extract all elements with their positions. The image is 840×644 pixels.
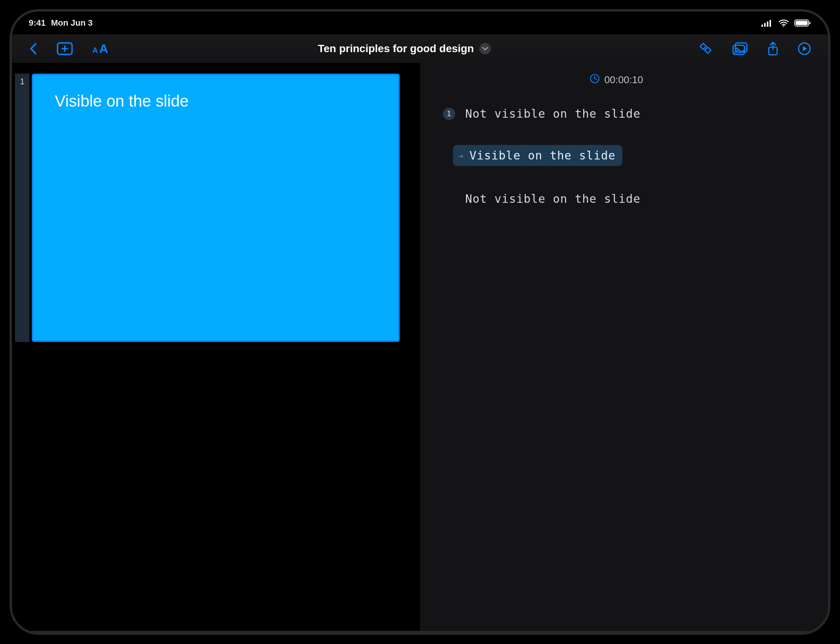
teleprompter-line-text: Not visible on the slide	[465, 192, 640, 205]
slide-number: 1	[20, 77, 25, 342]
teleprompter-pane: 00:00:10 1 Not visible on the slide ⇥ Vi…	[420, 63, 828, 632]
slide-canvas[interactable]: Visible on the slide	[32, 74, 400, 342]
slide-number-badge: 1	[443, 108, 455, 120]
ipad-frame: 9:41 Mon Jun 3 AA	[12, 12, 828, 632]
svg-rect-1	[764, 23, 766, 27]
svg-point-4	[783, 25, 784, 27]
teleprompter-line-text: Visible on the slide	[469, 149, 615, 162]
svg-rect-6	[796, 21, 808, 25]
status-date: Mon Jun 3	[51, 18, 93, 28]
cellular-signal-icon	[761, 19, 773, 27]
format-button[interactable]	[698, 42, 713, 56]
svg-text:A: A	[92, 46, 98, 54]
content-area: 1 Visible on the slide 00:00:10 1 Not vi…	[12, 63, 828, 632]
app-toolbar: AA Ten principles for good design	[12, 34, 828, 63]
status-bar: 9:41 Mon Jun 3	[12, 12, 828, 34]
timer-value: 00:00:10	[604, 74, 643, 86]
back-button[interactable]	[29, 42, 38, 55]
teleprompter-line-text: Not visible on the slide	[465, 107, 640, 120]
slide-preview-pane: 1 Visible on the slide	[12, 63, 420, 632]
clock-icon	[590, 74, 600, 86]
chevron-down-icon	[479, 43, 491, 54]
teleprompter-line[interactable]: 1 Not visible on the slide	[420, 102, 813, 126]
visible-marker-icon: ⇥	[458, 151, 463, 160]
share-button[interactable]	[767, 41, 779, 56]
text-size-button[interactable]: AA	[92, 42, 111, 55]
document-title-button[interactable]: Ten principles for good design	[111, 43, 698, 55]
svg-rect-7	[809, 22, 810, 24]
home-indicator	[12, 631, 828, 632]
svg-rect-2	[767, 21, 768, 27]
slide-body-text[interactable]: Visible on the slide	[55, 92, 377, 110]
teleprompter-line[interactable]: ⇥ Visible on the slide	[420, 140, 813, 171]
battery-icon	[794, 19, 811, 27]
svg-rect-3	[769, 20, 771, 27]
play-button[interactable]	[797, 42, 811, 56]
svg-rect-0	[761, 25, 763, 27]
visible-text-pill: ⇥ Visible on the slide	[453, 145, 622, 166]
slide-number-gutter[interactable]: 1	[15, 74, 30, 342]
add-slide-button[interactable]	[56, 42, 73, 56]
teleprompter-line[interactable]: Not visible on the slide	[420, 187, 813, 211]
teleprompter-timer[interactable]: 00:00:10	[420, 74, 813, 86]
wifi-icon	[778, 19, 789, 27]
svg-point-15	[736, 48, 738, 49]
media-button[interactable]	[732, 42, 748, 56]
document-title: Ten principles for good design	[318, 43, 474, 55]
svg-text:A: A	[99, 42, 108, 55]
status-time: 9:41	[29, 18, 46, 28]
